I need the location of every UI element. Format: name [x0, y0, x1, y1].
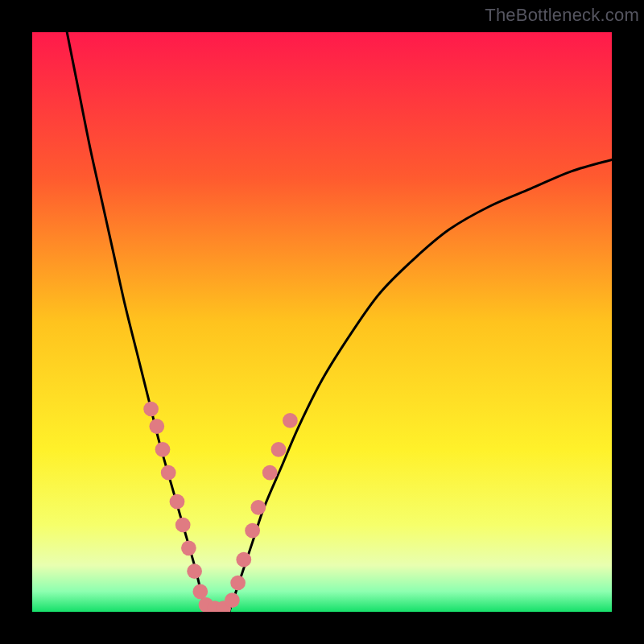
data-marker	[250, 500, 266, 515]
data-marker	[225, 592, 240, 608]
plot-area	[32, 32, 612, 612]
data-marker	[192, 584, 208, 599]
data-marker	[149, 419, 164, 434]
chart-frame: TheBottleneck.com	[0, 0, 644, 644]
data-marker	[187, 564, 202, 579]
data-marker	[245, 523, 260, 539]
data-marker	[155, 442, 171, 457]
chart-svg	[32, 32, 612, 612]
watermark-text: TheBottleneck.com	[485, 5, 639, 26]
data-marker	[271, 442, 287, 457]
data-marker	[262, 465, 278, 481]
data-marker	[170, 494, 185, 510]
data-marker	[230, 576, 246, 591]
data-marker	[143, 402, 159, 417]
data-marker	[181, 540, 196, 555]
data-marker	[161, 465, 176, 481]
data-marker	[236, 552, 251, 568]
data-marker	[175, 518, 191, 533]
data-marker	[283, 413, 298, 428]
gradient-background	[32, 32, 612, 612]
